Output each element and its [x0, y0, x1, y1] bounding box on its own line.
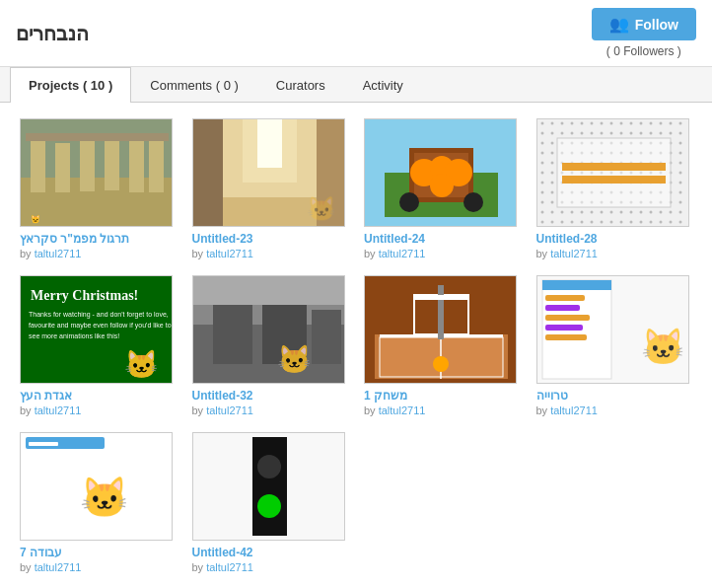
project-author: by taltul2711 — [20, 561, 81, 573]
project-thumbnail[interactable]: 🐱 — [536, 275, 689, 384]
follow-button[interactable]: 👥 Follow — [592, 8, 696, 40]
svg-text:Thanks for watching - and don': Thanks for watching - and don't forget t… — [29, 311, 169, 319]
project-thumbnail[interactable] — [364, 118, 517, 227]
projects-grid: 🐱 תרגול מפמ"ר סקראץby taltul2711 🐱 Untit… — [0, 103, 712, 588]
tab-comments[interactable]: Comments ( 0 ) — [131, 67, 257, 103]
project-author: by taltul2711 — [192, 561, 253, 573]
project-card: Untitled-42by taltul2711 — [184, 426, 357, 583]
svg-point-72 — [257, 494, 281, 518]
follow-section: 👥 Follow ( 0 Followers ) — [592, 8, 696, 58]
svg-rect-42 — [213, 305, 252, 364]
project-author: by taltul2711 — [364, 404, 425, 416]
svg-text:🐱: 🐱 — [124, 348, 159, 381]
project-card: משחק 1by taltul2711 — [356, 269, 529, 426]
svg-text:🐱: 🐱 — [307, 194, 336, 223]
svg-rect-2 — [31, 138, 45, 192]
svg-rect-3 — [55, 143, 70, 192]
project-title[interactable]: Untitled-32 — [192, 389, 253, 403]
project-card: Untitled-24by taltul2711 — [356, 112, 529, 269]
project-title[interactable]: אגדת העץ — [20, 389, 72, 403]
svg-rect-54 — [438, 285, 444, 339]
project-thumbnail[interactable]: 🐱 — [20, 432, 173, 541]
svg-rect-44 — [312, 310, 341, 364]
svg-rect-33 — [562, 176, 666, 184]
svg-rect-63 — [545, 334, 587, 340]
page-header: הנבחרים 👥 Follow ( 0 Followers ) — [0, 0, 712, 67]
project-title[interactable]: Untitled-23 — [192, 232, 253, 246]
svg-rect-67 — [29, 442, 58, 446]
project-card: 🐱 Untitled-32by taltul2711 — [184, 269, 357, 426]
project-thumbnail[interactable]: 🐱 — [192, 275, 345, 384]
project-title[interactable]: עבודה 7 — [20, 546, 62, 559]
svg-rect-70 — [252, 437, 287, 536]
svg-rect-31 — [557, 138, 671, 207]
svg-rect-15 — [257, 118, 282, 168]
project-title[interactable]: Untitled-24 — [364, 232, 425, 246]
project-card: 🐱 עבודה 7by taltul2711 — [12, 426, 184, 583]
svg-point-25 — [430, 174, 454, 197]
svg-rect-5 — [105, 136, 119, 190]
svg-rect-59 — [545, 295, 585, 301]
svg-point-27 — [463, 192, 483, 212]
project-thumbnail[interactable] — [192, 432, 345, 541]
svg-rect-4 — [80, 140, 95, 191]
svg-point-71 — [257, 455, 281, 478]
project-title[interactable]: תרגול מפמ"ר סקראץ — [20, 232, 129, 246]
project-author: by taltul2711 — [20, 248, 81, 259]
svg-rect-58 — [542, 280, 611, 290]
follow-label: Follow — [635, 17, 678, 33]
project-author: by taltul2711 — [192, 404, 253, 416]
project-author: by taltul2711 — [364, 248, 425, 259]
project-thumbnail[interactable]: Merry Christmas! Thanks for watching - a… — [20, 275, 173, 384]
svg-rect-6 — [129, 138, 144, 192]
followers-count: ( 0 Followers ) — [606, 44, 681, 58]
project-author: by taltul2711 — [20, 404, 81, 416]
project-title[interactable]: Untitled-28 — [536, 232, 598, 246]
svg-text:🐱: 🐱 — [80, 474, 129, 521]
project-title[interactable]: משחק 1 — [364, 389, 407, 403]
svg-text:Merry Christmas!: Merry Christmas! — [31, 288, 138, 303]
follow-icon: 👥 — [609, 15, 629, 34]
svg-point-53 — [433, 356, 449, 372]
project-author: by taltul2711 — [536, 404, 598, 416]
svg-point-26 — [399, 192, 419, 212]
project-card: 🐱 תרגול מפמ"ר סקראץby taltul2711 — [12, 112, 184, 269]
project-author: by taltul2711 — [536, 248, 598, 259]
svg-rect-45 — [193, 275, 344, 305]
tab-projects[interactable]: Projects ( 10 ) — [10, 67, 131, 103]
tab-activity[interactable]: Activity — [344, 67, 422, 103]
project-author: by taltul2711 — [192, 248, 253, 259]
svg-text:see more animations like this!: see more animations like this! — [29, 332, 119, 339]
project-thumbnail[interactable] — [536, 118, 689, 227]
svg-rect-62 — [545, 325, 583, 331]
project-card: Merry Christmas! Thanks for watching - a… — [12, 269, 184, 426]
project-card: 🐱 טרוייהby taltul2711 — [529, 269, 701, 426]
svg-rect-8 — [26, 133, 169, 141]
svg-text:🐱: 🐱 — [277, 343, 312, 376]
svg-rect-55 — [414, 295, 468, 300]
tab-curators[interactable]: Curators — [257, 67, 344, 103]
project-thumbnail[interactable]: 🐱 — [20, 118, 173, 227]
project-card: 🐱 Untitled-23by taltul2711 — [184, 112, 357, 269]
project-title[interactable]: טרוייה — [536, 389, 568, 403]
svg-rect-60 — [545, 305, 580, 311]
project-thumbnail[interactable] — [364, 275, 517, 384]
project-card: Untitled-28by taltul2711 — [529, 112, 701, 269]
svg-marker-16 — [193, 118, 223, 227]
svg-rect-32 — [562, 163, 666, 171]
project-thumbnail[interactable]: 🐱 — [192, 118, 345, 227]
project-title[interactable]: Untitled-42 — [192, 546, 253, 559]
tabs-bar: Projects ( 10 ) Comments ( 0 ) Curators … — [0, 67, 712, 103]
svg-rect-61 — [545, 315, 590, 321]
svg-text:🐱: 🐱 — [641, 326, 685, 368]
page-title: הנבחרים — [16, 22, 89, 45]
svg-text:favourite and maybe even follo: favourite and maybe even follow if you'd… — [29, 322, 172, 330]
svg-rect-7 — [149, 141, 164, 192]
svg-text:🐱: 🐱 — [31, 214, 40, 224]
